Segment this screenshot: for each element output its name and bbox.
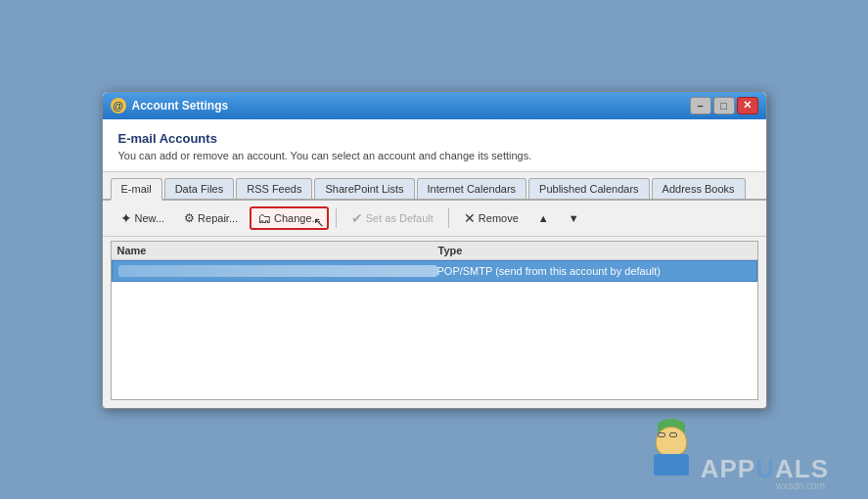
repair-icon: ⚙ [184, 211, 195, 225]
down-arrow-icon: ▼ [569, 212, 579, 224]
tab-address-books[interactable]: Address Books [652, 178, 746, 199]
window-controls: – □ ✕ [690, 97, 758, 114]
change-icon: 🗂 [257, 210, 271, 226]
account-type: POP/SMTP (send from this account by defa… [437, 265, 751, 277]
new-button[interactable]: ✦ New... [113, 206, 173, 230]
watermark-a: A [701, 454, 720, 483]
remove-button[interactable]: ✕ Remove [456, 206, 526, 230]
minimize-button[interactable]: – [690, 97, 711, 114]
watermark-u: U [755, 454, 775, 483]
tab-published-calendars[interactable]: Published Calendars [528, 178, 650, 199]
remove-icon: ✕ [464, 210, 476, 226]
close-button[interactable]: ✕ [737, 97, 758, 114]
appuals-figure [648, 419, 695, 481]
new-icon: ✦ [120, 210, 132, 226]
table-header: Name Type [112, 242, 757, 260]
watermark-text: APPUALS [701, 456, 829, 481]
figure-glasses-left [658, 432, 665, 437]
table-row[interactable]: POP/SMTP (send from this account by defa… [112, 260, 757, 282]
window-icon: @ [111, 98, 126, 113]
up-arrow-icon: ▲ [538, 212, 549, 224]
title-bar: @ Account Settings – □ ✕ [103, 92, 766, 119]
figure-head [656, 427, 687, 456]
figure-glasses-right [669, 432, 677, 437]
change-button[interactable]: 🗂 Change... ↖ [250, 206, 329, 230]
watermark-pp: PP [720, 454, 756, 483]
toolbar-separator-2 [448, 208, 449, 228]
empty-table-area [112, 282, 757, 399]
tab-rss-feeds[interactable]: RSS Feeds [236, 178, 312, 199]
header-description: You can add or remove an account. You ca… [118, 150, 751, 161]
header-title: E-mail Accounts [118, 131, 751, 146]
watermark-als: ALS [775, 454, 829, 483]
tab-email[interactable]: E-mail [111, 178, 162, 201]
column-name-header: Name [117, 245, 438, 256]
tab-data-files[interactable]: Data Files [164, 178, 235, 199]
window-title: Account Settings [132, 99, 690, 113]
repair-button[interactable]: ⚙ Repair... [176, 207, 246, 229]
toolbar-separator [336, 208, 337, 228]
tab-internet-calendars[interactable]: Internet Calendars [417, 178, 527, 199]
accounts-table: Name Type POP/SMTP (send from this accou… [111, 241, 758, 400]
toolbar: ✦ New... ⚙ Repair... 🗂 Change... ↖ ✔ Set… [103, 201, 766, 237]
maximize-button[interactable]: □ [713, 97, 735, 114]
column-type-header: Type [438, 245, 752, 256]
move-down-button[interactable]: ▼ [561, 208, 587, 228]
move-up-button[interactable]: ▲ [530, 208, 557, 228]
figure-body [654, 454, 689, 476]
watermark: APPUALS [648, 419, 829, 481]
tab-sharepoint-lists[interactable]: SharePoint Lists [314, 178, 414, 199]
watermark-subtext: wxsdn.com [776, 480, 825, 491]
header-section: E-mail Accounts You can add or remove an… [103, 119, 766, 172]
tabs-container: E-mail Data Files RSS Feeds SharePoint L… [103, 172, 766, 201]
set-default-icon: ✔ [351, 210, 363, 226]
set-default-button[interactable]: ✔ Set as Default [343, 206, 441, 230]
account-settings-window: @ Account Settings – □ ✕ E-mail Accounts… [102, 91, 767, 409]
account-name-blurred [118, 265, 437, 277]
